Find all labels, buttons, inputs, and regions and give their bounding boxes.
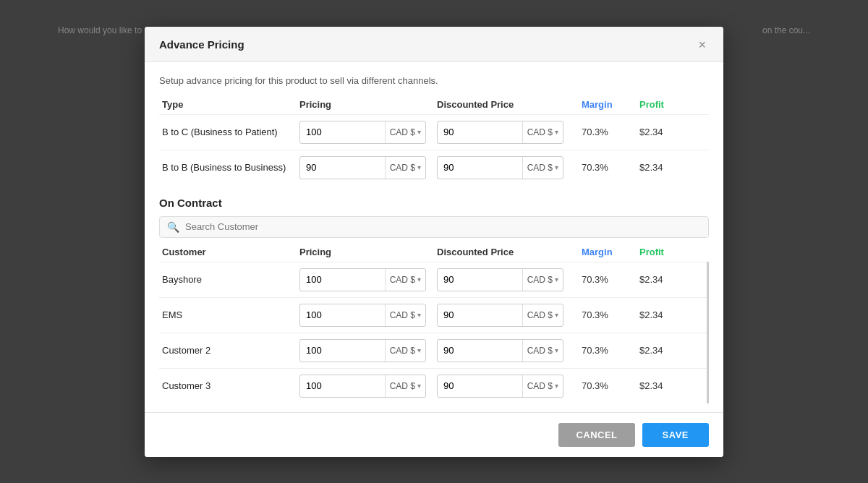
btob-pricing-chevron-icon: ▾ [417,163,421,171]
ems-margin: 70.3% [582,309,639,320]
ems-discounted-currency[interactable]: CAD $ ▾ [522,304,563,326]
col-contract-profit-label: Profit [639,247,690,257]
customer2-pricing-group[interactable]: CAD $ ▾ [299,339,426,362]
customer2-discounted-currency[interactable]: CAD $ ▾ [522,340,563,362]
ems-pricing-currency[interactable]: CAD $ ▾ [385,304,425,326]
btoc-discounted-chevron-icon: ▾ [555,128,558,136]
bayshore-pricing-input[interactable] [300,274,385,285]
btob-discounted-currency[interactable]: CAD $ ▾ [522,157,563,179]
search-icon: 🔍 [167,221,179,233]
modal-body: Setup advance pricing for this product t… [145,62,723,412]
customer2-discounted-chevron-icon: ▾ [555,346,558,354]
modal-subtitle: Setup advance pricing for this product t… [159,75,709,86]
modal-title: Advance Pricing [159,38,244,51]
customer3-discounted-group[interactable]: CAD $ ▾ [437,375,563,398]
bayshore-discounted-currency[interactable]: CAD $ ▾ [522,269,563,291]
btob-pricing-input[interactable] [300,162,385,173]
on-contract-list: Bayshore CAD $ ▾ CAD $ ▾ 70.3% $2. [159,262,709,403]
customer-name: Bayshore [162,274,299,285]
btob-pricing-currency[interactable]: CAD $ ▾ [385,157,425,179]
btoc-pricing-chevron-icon: ▾ [417,128,421,136]
btoc-type: B to C (Business to Patient) [162,127,299,137]
pricing-section-header: Type Pricing Discounted Price Margin Pro… [159,99,709,110]
cancel-button[interactable]: CANCEL [558,423,634,447]
customer2-discounted-group[interactable]: CAD $ ▾ [437,339,563,362]
ems-pricing-group[interactable]: CAD $ ▾ [299,304,426,327]
customer-name: Customer 3 [162,380,299,391]
btob-profit: $2.34 [639,162,690,173]
ems-profit: $2.34 [639,309,690,320]
table-row: Customer 3 CAD $ ▾ CAD $ ▾ 70.3% $ [159,368,707,403]
btob-discounted-chevron-icon: ▾ [555,163,558,171]
customer3-discounted-input[interactable] [438,380,522,391]
btoc-pricing-input-group[interactable]: CAD $ ▾ [299,121,426,144]
btob-discounted-input[interactable] [438,162,522,173]
customer3-pricing-currency[interactable]: CAD $ ▾ [385,375,425,397]
btoc-discounted-input-group[interactable]: CAD $ ▾ [437,121,563,144]
advance-pricing-modal: Advance Pricing × Setup advance pricing … [145,27,723,457]
customer2-profit: $2.34 [639,345,690,356]
bayshore-pricing-group[interactable]: CAD $ ▾ [299,268,426,291]
col-customer-label: Customer [162,247,299,257]
btoc-margin: 70.3% [582,127,639,137]
col-contract-discounted-label: Discounted Price [437,247,582,257]
bayshore-margin: 70.3% [582,274,639,285]
btob-row: B to B (Business to Business) CAD $ ▾ CA… [159,150,709,185]
table-row: Bayshore CAD $ ▾ CAD $ ▾ 70.3% $2. [159,262,707,297]
btoc-row: B to C (Business to Patient) CAD $ ▾ CAD… [159,114,709,150]
ems-pricing-input[interactable] [300,309,385,320]
btoc-pricing-input[interactable] [300,127,385,137]
customer-name: EMS [162,309,299,320]
customer3-discounted-currency[interactable]: CAD $ ▾ [522,375,563,397]
btoc-discounted-input[interactable] [438,127,522,137]
btob-margin: 70.3% [582,162,639,173]
customer2-pricing-currency[interactable]: CAD $ ▾ [385,340,425,362]
customer3-pricing-group[interactable]: CAD $ ▾ [299,375,426,398]
col-discounted-label: Discounted Price [437,99,582,110]
ems-discounted-chevron-icon: ▾ [555,311,558,319]
btoc-profit: $2.34 [639,127,690,137]
bayshore-discounted-group[interactable]: CAD $ ▾ [437,268,563,291]
on-contract-title: On Contract [159,197,709,209]
btob-discounted-input-group[interactable]: CAD $ ▾ [437,156,563,179]
modal-footer: CANCEL SAVE [145,412,723,457]
ems-discounted-input[interactable] [438,309,522,320]
customer2-discounted-input[interactable] [438,345,522,356]
search-box[interactable]: 🔍 [159,216,709,238]
save-button[interactable]: SAVE [642,423,709,447]
bayshore-pricing-chevron-icon: ▾ [417,275,421,283]
btoc-pricing-currency[interactable]: CAD $ ▾ [385,121,425,143]
modal-header: Advance Pricing × [145,27,723,62]
bayshore-pricing-currency[interactable]: CAD $ ▾ [385,269,425,291]
col-pricing-label: Pricing [299,99,437,110]
table-row: EMS CAD $ ▾ CAD $ ▾ 70.3% $2.34 [159,297,707,333]
col-contract-margin-label: Margin [582,247,639,257]
close-button[interactable]: × [695,37,709,53]
col-margin-label: Margin [582,99,639,110]
bayshore-profit: $2.34 [639,274,690,285]
col-type-label: Type [162,99,299,110]
customer3-pricing-input[interactable] [300,380,385,391]
contract-section-header: Customer Pricing Discounted Price Margin… [159,247,709,257]
bayshore-discounted-input[interactable] [438,274,522,285]
btob-pricing-input-group[interactable]: CAD $ ▾ [299,156,426,179]
customer3-pricing-chevron-icon: ▾ [417,382,421,390]
col-contract-pricing-label: Pricing [299,247,437,257]
customer3-margin: 70.3% [582,380,639,391]
bg-hint-right: on the cou... [762,25,810,35]
search-customer-input[interactable] [185,221,701,232]
btob-type: B to B (Business to Business) [162,162,299,173]
customer2-margin: 70.3% [582,345,639,356]
customer2-pricing-input[interactable] [300,345,385,356]
ems-pricing-chevron-icon: ▾ [417,311,421,319]
customer3-profit: $2.34 [639,380,690,391]
customer3-discounted-chevron-icon: ▾ [555,382,558,390]
col-profit-label: Profit [639,99,690,110]
btoc-discounted-currency[interactable]: CAD $ ▾ [522,121,563,143]
table-row: Customer 2 CAD $ ▾ CAD $ ▾ 70.3% $ [159,333,707,368]
bayshore-discounted-chevron-icon: ▾ [555,275,558,283]
customer2-pricing-chevron-icon: ▾ [417,346,421,354]
ems-discounted-group[interactable]: CAD $ ▾ [437,304,563,327]
customer-name: Customer 2 [162,345,299,356]
